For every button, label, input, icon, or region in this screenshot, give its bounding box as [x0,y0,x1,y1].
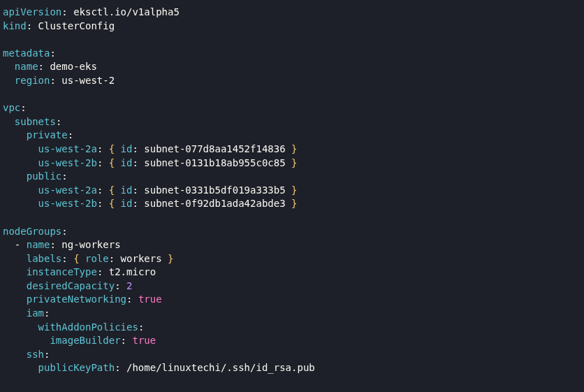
key-id: id [121,157,133,168]
key-private: private [27,129,68,140]
key-region: region [15,75,50,86]
val-desiredcapacity: 2 [126,280,132,291]
key-apiversion: apiVersion [3,6,61,17]
val-kind: ClusterConfig [38,20,115,31]
key-id: id [121,198,133,209]
val-apiversion: eksctl.io/v1alpha5 [73,6,180,17]
yaml-code-block: apiVersion: eksctl.io/v1alpha5kind: Clus… [3,6,581,375]
key-labels: labels [27,253,62,264]
key-public: public [27,170,62,182]
key-public-az-b: us-west-2b [38,198,97,209]
val-ng-name: ng-workers [61,239,120,250]
val-imagebuilder: true [132,335,156,346]
key-id: id [121,184,133,196]
key-imagebuilder: imageBuilder [50,335,120,346]
key-desiredcapacity: desiredCapacity [27,280,115,291]
key-kind: kind [3,20,27,31]
val-public-b-id: subnet-0f92db1ada42abde3 [144,198,285,209]
key-vpc: vpc [3,102,20,113]
val-privatenetworking: true [138,293,162,305]
val-private-b-id: subnet-0131b18ab955c0c85 [144,157,285,168]
val-publickeypath: /home/linuxtechi/.ssh/id_rsa.pub [126,362,315,373]
key-ng-name: name [27,239,50,250]
key-publickeypath: publicKeyPath [38,362,115,373]
key-public-az-a: us-west-2a [38,184,97,196]
val-role: workers [121,253,162,264]
key-withaddonpolicies: withAddonPolicies [38,321,138,333]
key-nodegroups: nodeGroups [3,226,61,237]
key-role: role [85,253,109,264]
key-id: id [121,143,133,154]
val-instancetype: t2.micro [109,266,156,277]
val-private-a-id: subnet-077d8aa1452f14836 [144,143,285,154]
val-region: us-west-2 [61,75,115,86]
val-public-a-id: subnet-0331b5df019a333b5 [144,184,285,196]
key-instancetype: instanceType [27,266,97,277]
val-name: demo-eks [50,61,96,72]
key-ssh: ssh [27,349,44,360]
key-metadata: metadata [3,48,50,59]
key-private-az-a: us-west-2a [38,143,97,154]
key-private-az-b: us-west-2b [38,157,97,168]
key-name: name [15,61,38,72]
key-subnets: subnets [15,116,56,127]
key-privatenetworking: privateNetworking [27,293,126,305]
key-iam: iam [27,307,44,319]
list-dash: - [15,239,27,250]
